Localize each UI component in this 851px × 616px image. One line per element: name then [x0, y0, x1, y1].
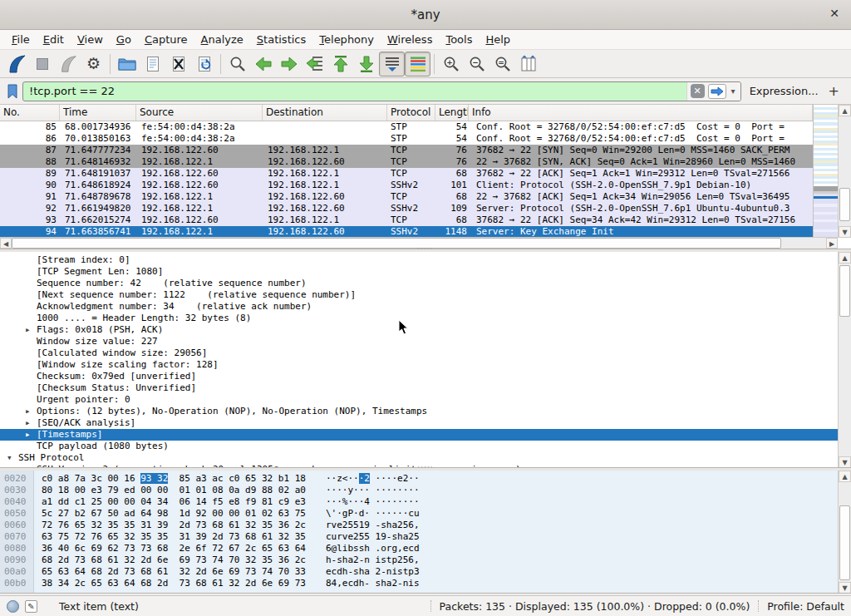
- expert-info-icon[interactable]: [7, 600, 19, 613]
- expand-icon[interactable]: ▸: [25, 417, 37, 429]
- packet-row-85[interactable]: 8568.001734936fe:54:00:d4:38:2aSTP54Conf…: [0, 121, 813, 133]
- column-header-source[interactable]: Source: [136, 105, 263, 121]
- detail-line[interactable]: Urgent pointer: 0: [0, 394, 838, 406]
- packet-row-86[interactable]: 8670.013850163fe:54:00:d4:38:2aSTP54Conf…: [0, 133, 813, 145]
- menu-view[interactable]: View: [71, 32, 110, 47]
- menu-capture[interactable]: Capture: [138, 32, 194, 47]
- packet-row-88[interactable]: 8871.648146932192.168.122.1192.168.122.6…: [0, 156, 813, 168]
- open-file-icon[interactable]: [114, 52, 140, 76]
- detail-line[interactable]: ▾SSH Protocol: [0, 452, 838, 464]
- packet-row-87[interactable]: 8771.647777234192.168.122.60192.168.122.…: [0, 145, 813, 156]
- go-to-packet-icon[interactable]: [302, 52, 327, 76]
- title-bar[interactable]: *any ✕: [0, 0, 851, 30]
- details-scroll-track[interactable]: [839, 264, 851, 456]
- scroll-thumb[interactable]: [839, 188, 850, 221]
- zoom-in-icon[interactable]: +: [438, 52, 464, 76]
- hex-row[interactable]: 0020c0 a8 7a 3c 00 16 93 32 85 a3 ac c0 …: [0, 473, 838, 485]
- detail-line[interactable]: ▸Flags: 0x018 (PSH, ACK): [0, 324, 838, 336]
- detail-line[interactable]: [Calculated window size: 29056]: [0, 347, 838, 359]
- capture-options-icon[interactable]: ⚙: [81, 52, 106, 76]
- expand-icon[interactable]: ▸: [25, 406, 37, 417]
- menu-tools[interactable]: Tools: [439, 32, 479, 47]
- apply-filter-icon[interactable]: [708, 84, 726, 99]
- details-vscrollbar[interactable]: ▲ ▼: [838, 252, 851, 467]
- filter-input[interactable]: !tcp.port == 22: [23, 85, 686, 97]
- close-icon[interactable]: ✕: [829, 7, 839, 20]
- bytes-scroll-up-icon[interactable]: ▲: [839, 471, 851, 482]
- scroll-left-icon[interactable]: ◀: [0, 238, 12, 249]
- go-last-packet-icon[interactable]: [353, 52, 379, 76]
- hex-row[interactable]: 008036 40 6c 69 62 73 73 68 2e 6f 72 67 …: [0, 543, 838, 554]
- packet-row-89[interactable]: 8971.648191037192.168.122.60192.168.122.…: [0, 168, 813, 180]
- menu-wireless[interactable]: Wireless: [381, 32, 439, 47]
- detail-line[interactable]: Sequence number: 42 (relative sequence n…: [0, 278, 838, 289]
- detail-line[interactable]: ▸Options: (12 bytes), No-Operation (NOP)…: [0, 406, 838, 417]
- scroll-right-icon[interactable]: ▶: [826, 238, 838, 249]
- hex-row[interactable]: 00505c 27 b2 67 50 ad 64 98 1d 92 00 00 …: [0, 508, 838, 520]
- column-header-destination[interactable]: Destination: [263, 105, 387, 121]
- colorize-icon[interactable]: [405, 52, 430, 76]
- save-file-icon[interactable]: [140, 52, 165, 76]
- column-header-length[interactable]: Length: [435, 105, 469, 121]
- reload-file-icon[interactable]: [191, 52, 217, 76]
- packet-row-94[interactable]: 9471.663856741192.168.122.1192.168.122.6…: [0, 226, 813, 238]
- scroll-down-icon[interactable]: ▼: [839, 226, 851, 238]
- packet-row-91[interactable]: 9171.648789678192.168.122.1192.168.122.6…: [0, 191, 813, 203]
- packet-row-93[interactable]: 9371.662015274192.168.122.60192.168.122.…: [0, 214, 813, 226]
- column-header-no[interactable]: No.: [0, 105, 60, 121]
- hscroll-thumb[interactable]: [12, 238, 781, 249]
- packet-list-vscrollbar[interactable]: ▲ ▼: [838, 105, 851, 238]
- detail-line[interactable]: [Checksum Status: Unverified]: [0, 382, 838, 394]
- find-packet-icon[interactable]: [224, 52, 250, 76]
- bytes-scroll-track[interactable]: [839, 482, 851, 582]
- details-scroll-down-icon[interactable]: ▼: [839, 456, 851, 468]
- menu-file[interactable]: File: [5, 32, 37, 47]
- bookmark-icon[interactable]: [5, 84, 20, 99]
- packet-row-90[interactable]: 9071.648618924192.168.122.60192.168.122.…: [0, 180, 813, 191]
- stop-capture-icon[interactable]: [29, 52, 55, 76]
- zoom-out-icon[interactable]: −: [464, 52, 489, 76]
- detail-line[interactable]: TCP payload (1080 bytes): [0, 441, 838, 452]
- hex-row[interactable]: 0040a1 dd c1 25 00 00 04 34 06 14 f5 e8 …: [0, 496, 838, 508]
- hex-row[interactable]: 007063 75 72 76 65 32 35 35 31 39 2d 73 …: [0, 531, 838, 543]
- restart-capture-icon[interactable]: [55, 52, 81, 76]
- collapse-icon[interactable]: ▾: [7, 452, 18, 464]
- packet-minimap[interactable]: [813, 105, 838, 238]
- scroll-up-icon[interactable]: ▲: [839, 105, 851, 116]
- close-file-icon[interactable]: [165, 52, 191, 76]
- detail-line[interactable]: [TCP Segment Len: 1080]: [0, 266, 838, 278]
- detail-line[interactable]: [Next sequence number: 1122 (relative se…: [0, 289, 838, 301]
- clear-filter-icon[interactable]: ✕: [691, 84, 705, 98]
- zoom-reset-icon[interactable]: =: [489, 52, 515, 76]
- detail-line[interactable]: Acknowledgment number: 34 (relative ack …: [0, 301, 838, 313]
- bytes-scroll-thumb[interactable]: [839, 505, 850, 580]
- resize-columns-icon[interactable]: [515, 52, 541, 76]
- capture-comment-icon[interactable]: ✎: [25, 600, 37, 613]
- packet-row-92[interactable]: 9271.661949820192.168.122.1192.168.122.6…: [0, 203, 813, 214]
- detail-line[interactable]: ▸[Timestamps]: [0, 429, 838, 441]
- detail-line[interactable]: Window size value: 227: [0, 336, 838, 347]
- expression-button[interactable]: Expression...: [750, 85, 819, 97]
- menu-edit[interactable]: Edit: [37, 32, 71, 47]
- hex-row[interactable]: 003080 18 00 e3 79 ed 00 00 01 01 08 0a …: [0, 485, 838, 496]
- details-scroll-thumb[interactable]: [839, 265, 850, 317]
- detail-line[interactable]: ▸[SEQ/ACK analysis]: [0, 417, 838, 429]
- detail-line[interactable]: Checksum: 0x79ed [unverified]: [0, 371, 838, 382]
- add-filter-button[interactable]: +: [829, 83, 839, 99]
- hex-row[interactable]: 00a065 63 64 68 2d 73 68 61 32 2d 6e 69 …: [0, 566, 838, 578]
- status-profile[interactable]: Profile: Default: [767, 600, 844, 613]
- menu-analyze[interactable]: Analyze: [194, 32, 250, 47]
- expand-icon[interactable]: ▸: [25, 324, 37, 336]
- column-header-protocol[interactable]: Protocol: [387, 105, 435, 121]
- menu-telephony[interactable]: Telephony: [312, 32, 381, 47]
- menu-go[interactable]: Go: [110, 32, 138, 47]
- go-back-icon[interactable]: [250, 52, 276, 76]
- hex-row[interactable]: 009068 2d 73 68 61 32 2d 6e 69 73 74 70 …: [0, 554, 838, 566]
- auto-scroll-icon[interactable]: [379, 52, 405, 76]
- details-scroll-up-icon[interactable]: ▲: [839, 252, 851, 264]
- go-first-packet-icon[interactable]: [327, 52, 353, 76]
- expand-icon[interactable]: ▸: [25, 429, 37, 441]
- hex-row[interactable]: 00b038 34 2c 65 63 64 68 2d 73 68 61 32 …: [0, 578, 838, 589]
- detail-line[interactable]: [Stream index: 0]: [0, 254, 838, 266]
- scroll-track[interactable]: [839, 116, 851, 226]
